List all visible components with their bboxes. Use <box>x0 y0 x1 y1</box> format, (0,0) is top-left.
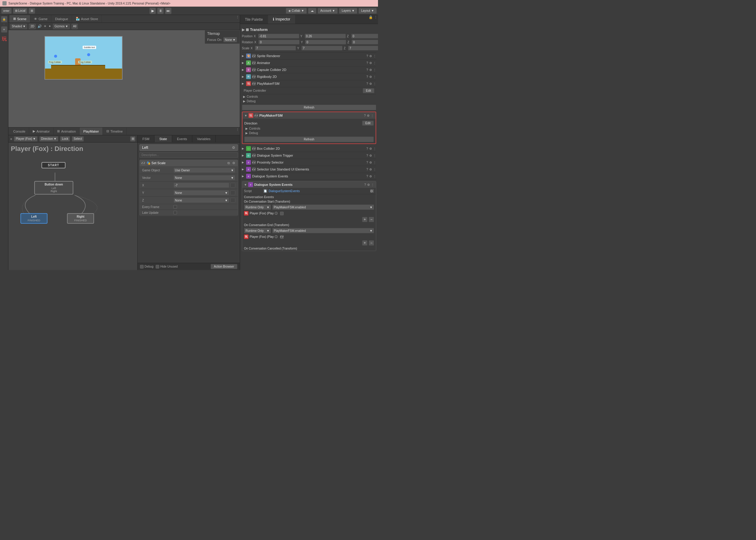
dialogue-events-collapsed-arrow[interactable]: ▶ <box>242 175 245 178</box>
dialogue-events-menu-icon[interactable]: ⋮ <box>373 175 376 178</box>
tab-tile-palette[interactable]: Tile Palette <box>240 15 268 24</box>
dialogue-trigger-check[interactable]: ✓ <box>252 154 256 157</box>
gizmos-dropdown[interactable]: Gizmos ▼ <box>53 24 70 29</box>
refresh1-btn[interactable]: Refresh <box>242 105 376 110</box>
minus-btn2[interactable]: − <box>369 240 374 246</box>
sprite-renderer-menu-icon[interactable]: ⋮ <box>373 55 376 58</box>
capsule-settings-icon[interactable]: ⚙ <box>369 68 372 71</box>
sprite-renderer-question-icon[interactable]: ? <box>366 55 368 58</box>
tab-game[interactable]: 👁 Game <box>30 15 52 23</box>
left-panel-btn1[interactable]: ≡ <box>1 27 7 33</box>
selector-ui-menu-icon[interactable]: ⋮ <box>373 168 376 171</box>
player-checkbox1[interactable] <box>280 212 284 215</box>
playmaker2-menu-icon[interactable]: ⋮ <box>371 114 374 117</box>
fx-icon[interactable]: ✦ <box>49 24 51 28</box>
playmaker2-fold-arrow[interactable]: ▼ <box>244 114 247 117</box>
box-collider-menu-icon[interactable]: ⋮ <box>373 147 376 150</box>
tab-animation[interactable]: ⊞ Animation <box>54 127 80 135</box>
animator-question-icon[interactable]: ? <box>366 61 368 65</box>
selector-ui-check[interactable]: ✓ <box>252 168 256 171</box>
tab-animator[interactable]: ▶ Animator <box>29 127 54 135</box>
direction-dropdown[interactable]: Direction ▼ <box>39 136 58 142</box>
tab-inspector[interactable]: ℹ Inspector <box>268 15 295 24</box>
fsm-menu-btn[interactable]: ⊞ <box>130 136 136 142</box>
tab-scene[interactable]: ⊞ Scene <box>10 15 30 23</box>
fsm-tab-variables[interactable]: Variables <box>192 135 216 142</box>
pos-y-input[interactable] <box>305 34 346 39</box>
inspector-menu-icon[interactable]: ⋮ <box>374 15 378 24</box>
sprite-renderer-settings-icon[interactable]: ⚙ <box>369 55 372 58</box>
fsm-tab-fsm[interactable]: FSM <box>138 135 155 142</box>
z-dropdown[interactable]: None ▼ <box>173 198 229 203</box>
plus-btn2[interactable]: + <box>362 240 368 246</box>
step-button[interactable]: ⏭ <box>165 8 171 14</box>
debug-checkbox[interactable] <box>140 265 144 268</box>
rigidbody-menu-icon[interactable]: ⋮ <box>373 75 376 78</box>
state-description-input[interactable] <box>140 152 238 158</box>
runtime-only-dropdown2[interactable]: Runtime Only ▼ <box>244 228 271 233</box>
dialogue-events-exp-settings-icon[interactable]: ⚙ <box>367 183 370 187</box>
tab-asset-store[interactable]: 🏪 Asset Store <box>72 15 102 23</box>
playmaker2-question-icon[interactable]: ? <box>364 114 366 117</box>
animator-settings-icon[interactable]: ⚙ <box>369 61 372 65</box>
capsule-menu-icon[interactable]: ⋮ <box>373 68 376 71</box>
grid-btn[interactable]: ⊞ <box>29 8 35 14</box>
animator-arrow[interactable]: ▶ <box>242 61 245 65</box>
rot-z-input[interactable] <box>352 40 378 45</box>
pos-z-input[interactable] <box>351 34 378 39</box>
scale-x-input[interactable] <box>255 46 296 51</box>
vector-dropdown[interactable]: None ▼ <box>173 175 235 181</box>
play-button[interactable]: ▶ <box>149 8 156 14</box>
fsm-tab-events[interactable]: Events <box>172 135 192 142</box>
scale-y-input[interactable] <box>301 46 343 51</box>
capsule-question-icon[interactable]: ? <box>366 68 368 71</box>
all-dropdown[interactable]: All <box>71 24 78 29</box>
fsm-node-start[interactable]: START <box>42 162 65 168</box>
capsule-check[interactable]: ✓ <box>252 68 256 71</box>
proximity-menu-icon[interactable]: ⋮ <box>373 161 376 164</box>
dialogue-trigger-arrow[interactable]: ▶ <box>242 154 245 157</box>
runtime-only-dropdown1[interactable]: Runtime Only ▼ <box>244 204 271 210</box>
account-btn[interactable]: Account ▼ <box>318 8 338 14</box>
fsm-node-btndown[interactable]: Button down Left Right <box>34 181 73 195</box>
playmaker1-arrow[interactable]: ▶ <box>242 82 245 85</box>
box-collider-settings-icon[interactable]: ⚙ <box>369 147 372 150</box>
dialogue-trigger-settings-icon[interactable]: ⚙ <box>369 154 372 157</box>
action-gear-icon[interactable]: ⚙ <box>232 161 236 165</box>
fsm-tab-state[interactable]: State <box>155 135 172 142</box>
sky-icon[interactable]: ☀ <box>44 24 47 28</box>
dialogue-events-exp-question-icon[interactable]: ? <box>364 183 366 187</box>
y-slider-icon[interactable] <box>231 190 235 195</box>
capsule-arrow[interactable]: ▶ <box>242 68 245 71</box>
x-slider-icon[interactable] <box>231 183 235 188</box>
action-copy-icon[interactable]: ⧉ <box>227 161 231 165</box>
selector-ui-arrow[interactable]: ▶ <box>242 168 245 171</box>
select-dropdown[interactable]: Select <box>72 136 84 142</box>
proximity-question-icon[interactable]: ? <box>366 161 368 164</box>
script-options-icon[interactable]: ⊙ <box>370 189 374 193</box>
scale-z-input[interactable] <box>348 46 378 51</box>
player-fox-dropdown[interactable]: Player (Fox) ▼ <box>14 136 37 142</box>
dialogue-events-exp-menu-icon[interactable]: ⋮ <box>371 183 374 187</box>
state-gear-icon[interactable]: ⚙ <box>232 146 235 150</box>
x-value-input[interactable] <box>173 183 229 188</box>
direction-edit-btn[interactable]: Edit <box>362 121 374 126</box>
fsm-node-left[interactable]: Left FINISHED <box>20 213 48 224</box>
box-collider-check[interactable]: ✓ <box>252 147 256 150</box>
proximity-arrow[interactable]: ▶ <box>242 161 245 164</box>
playmaker1-menu-icon[interactable]: ⋮ <box>373 82 376 85</box>
pos-x-input[interactable] <box>258 34 299 39</box>
playmaker2-settings-icon[interactable]: ⚙ <box>367 114 370 117</box>
playmaker2-check[interactable]: ✓ <box>255 114 258 117</box>
sprite-renderer-arrow[interactable]: ▶ <box>242 55 245 58</box>
y-dropdown[interactable]: None ▼ <box>173 190 229 196</box>
fsm-canvas[interactable]: Player (Fox) : Direction <box>8 143 137 270</box>
play-icon-left[interactable]: 玩 <box>2 36 7 42</box>
box-collider-question-icon[interactable]: ? <box>366 147 368 150</box>
player-controller-edit-btn[interactable]: Edit <box>363 88 375 93</box>
local-btn[interactable]: ⊞ Local <box>13 8 28 14</box>
cloud-btn[interactable]: ☁ <box>308 8 316 14</box>
playmakerfsm-enabled-dropdown1[interactable]: PlayMakerFSM.enabled ▼ <box>272 204 374 210</box>
game-object-dropdown[interactable]: Use Owner ▼ <box>173 168 235 173</box>
debug1-row[interactable]: ▶ Debug <box>242 99 376 103</box>
